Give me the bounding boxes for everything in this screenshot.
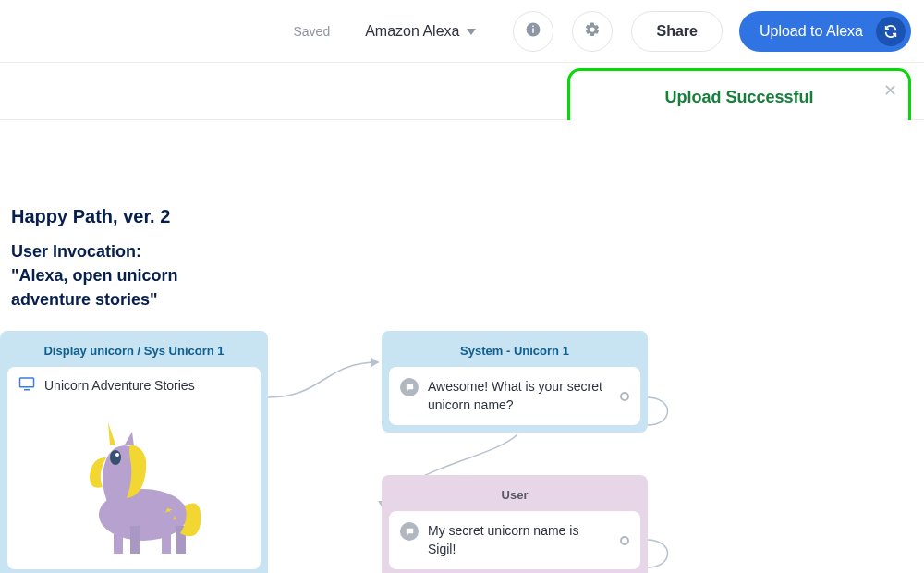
caret-down-icon <box>467 23 476 40</box>
share-button[interactable]: Share <box>631 11 722 52</box>
svg-marker-3 <box>371 358 379 367</box>
speech-bubble-icon <box>400 378 419 396</box>
invocation-line-2: adventure stories" <box>11 287 178 311</box>
user-message-row[interactable]: My secret unicorn name is Sigil! <box>389 511 640 569</box>
info-button[interactable] <box>513 11 553 52</box>
output-port[interactable] <box>620 392 629 401</box>
close-icon[interactable]: ✕ <box>883 80 897 101</box>
invocation-line-1: "Alexa, open unicorn <box>11 263 178 287</box>
flow-title: Happy Path, ver. 2 <box>11 203 178 230</box>
svg-point-13 <box>116 453 119 457</box>
svg-rect-8 <box>114 524 123 554</box>
settings-button[interactable] <box>572 11 613 52</box>
upload-label: Upload to Alexa <box>760 23 863 40</box>
platform-dropdown[interactable]: Amazon Alexa <box>365 23 476 40</box>
system-message-row[interactable]: Awesome! What is your secret unicorn nam… <box>389 367 640 425</box>
svg-rect-9 <box>130 526 140 554</box>
monitor-icon <box>18 376 44 394</box>
top-toolbar: Saved Amazon Alexa Share Upload to Alexa <box>0 0 924 63</box>
svg-rect-5 <box>20 378 34 387</box>
svg-point-12 <box>110 450 121 465</box>
display-header-text: Unicorn Adventure Stories <box>44 378 195 393</box>
user-node-title: User <box>389 482 640 511</box>
info-icon <box>525 21 541 41</box>
flow-heading: Happy Path, ver. 2 User Invocation: "Ale… <box>11 203 178 311</box>
display-header: Unicorn Adventure Stories <box>18 376 249 394</box>
refresh-icon <box>876 17 906 46</box>
display-node-body: Unicorn Adventure Stories <box>7 367 261 569</box>
display-node-title: Display unicorn / Sys Unicorn 1 <box>7 338 261 367</box>
unicorn-image <box>18 401 249 558</box>
user-message-text: My secret unicorn name is Sigil! <box>428 523 578 556</box>
speech-bubble-icon <box>400 522 419 541</box>
svg-rect-10 <box>162 524 171 554</box>
upload-to-alexa-button[interactable]: Upload to Alexa <box>739 11 911 52</box>
system-node[interactable]: System - Unicorn 1 Awesome! What is your… <box>382 331 648 433</box>
toast-title: Upload Successful <box>602 88 877 107</box>
invocation-label: User Invocation: <box>11 239 178 263</box>
output-port[interactable] <box>620 536 629 545</box>
display-node[interactable]: Display unicorn / Sys Unicorn 1 Unicorn … <box>0 331 268 573</box>
user-node[interactable]: User My secret unicorn name is Sigil! <box>382 475 648 573</box>
saved-status: Saved <box>293 24 330 39</box>
platform-label: Amazon Alexa <box>365 23 459 40</box>
svg-rect-1 <box>533 29 535 33</box>
system-message-text: Awesome! What is your secret unicorn nam… <box>428 379 602 412</box>
svg-rect-2 <box>533 26 535 28</box>
gear-icon <box>584 21 601 41</box>
system-node-title: System - Unicorn 1 <box>389 338 640 367</box>
flow-canvas[interactable]: Happy Path, ver. 2 User Invocation: "Ale… <box>0 120 924 573</box>
